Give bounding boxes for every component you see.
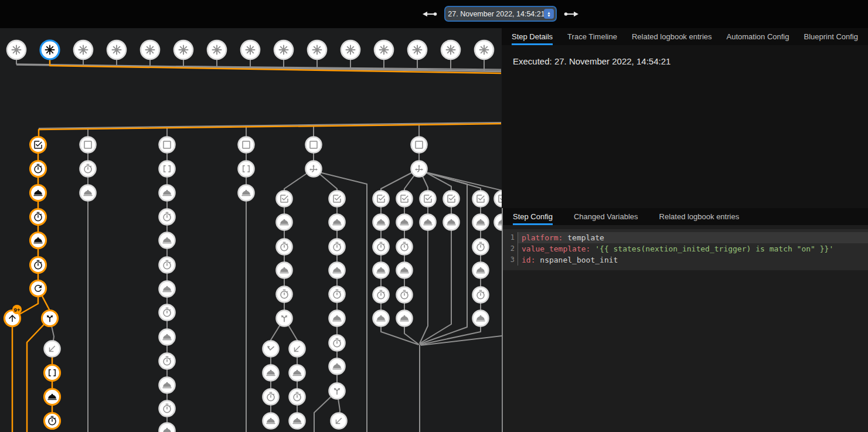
dome-node[interactable] <box>329 215 345 230</box>
tab-related-logbook-entries[interactable]: Related logbook entries <box>632 28 712 45</box>
asterisk-node[interactable] <box>174 40 193 59</box>
timer-node[interactable] <box>329 239 345 255</box>
dome-node[interactable] <box>329 359 345 375</box>
arrowbl-node[interactable] <box>290 341 305 357</box>
timer-node[interactable] <box>159 257 175 273</box>
dome-node[interactable] <box>473 215 489 230</box>
code-line[interactable]: 3id: nspanel_boot_init <box>503 254 868 266</box>
timer-node[interactable] <box>373 287 389 303</box>
asterisk-node[interactable] <box>241 40 260 59</box>
decision-node[interactable] <box>306 161 322 177</box>
cbm-node[interactable] <box>420 191 436 207</box>
dome-node[interactable] <box>159 233 175 249</box>
dome-node[interactable] <box>290 365 305 381</box>
tab-step-details[interactable]: Step Details <box>512 28 553 45</box>
asterisk-node[interactable] <box>475 40 493 59</box>
dome-node[interactable] <box>373 215 389 230</box>
brackets-node[interactable] <box>45 365 60 381</box>
asterisk-node[interactable] <box>107 40 126 59</box>
cbm-node[interactable] <box>373 191 389 207</box>
cbb-node[interactable] <box>306 137 322 153</box>
split-node[interactable] <box>329 383 345 399</box>
code-line[interactable]: 1platform: template <box>503 232 868 243</box>
tab-automation-config[interactable]: Automation Config <box>727 28 789 45</box>
checkarrow-node[interactable] <box>263 341 279 357</box>
dome-node[interactable] <box>397 215 413 230</box>
cbb-node[interactable] <box>80 137 96 153</box>
asterisk-node[interactable] <box>441 40 460 59</box>
dome-node[interactable] <box>80 185 96 201</box>
refresh-node[interactable] <box>30 281 46 297</box>
dome-node[interactable] <box>30 185 46 201</box>
dome-node[interactable] <box>473 311 489 326</box>
split-node[interactable] <box>277 311 292 326</box>
dome-node[interactable] <box>444 215 459 230</box>
asterisk-node[interactable] <box>274 40 293 59</box>
asterisk-node[interactable] <box>40 40 59 59</box>
timer-node[interactable] <box>159 353 175 369</box>
timer-node[interactable] <box>30 161 46 177</box>
cbm-node[interactable] <box>495 191 502 207</box>
timer-node[interactable] <box>277 287 292 302</box>
dome-node[interactable] <box>397 311 413 326</box>
arrowbl-node[interactable] <box>45 341 60 357</box>
timer-node[interactable] <box>290 389 305 405</box>
dome-node[interactable] <box>159 423 175 432</box>
dome-node[interactable] <box>239 185 254 201</box>
tab-blueprint-config[interactable]: Blueprint Config <box>804 28 858 45</box>
cbb-node[interactable] <box>411 137 427 153</box>
timer-node[interactable] <box>159 305 175 321</box>
dome-node[interactable] <box>45 389 60 405</box>
dome-node[interactable] <box>495 215 502 230</box>
dome-node[interactable] <box>30 233 46 249</box>
cbm-node[interactable] <box>30 137 46 153</box>
cbm-node[interactable] <box>473 191 489 207</box>
asterisk-node[interactable] <box>207 40 226 59</box>
dome-node[interactable] <box>277 263 292 278</box>
asterisk-node[interactable] <box>74 40 93 59</box>
dome-node[interactable] <box>329 263 345 278</box>
dome-node[interactable] <box>290 413 305 429</box>
cbb-node[interactable] <box>239 137 254 153</box>
tab-trace-timeline[interactable]: Trace Timeline <box>567 28 617 45</box>
code-line[interactable]: 2value_template: '{{ states(nextion_init… <box>503 243 868 254</box>
timer-node[interactable] <box>159 209 175 225</box>
dome-node[interactable] <box>473 263 489 278</box>
brackets-node[interactable] <box>239 161 254 177</box>
asterisk-node[interactable] <box>341 40 360 59</box>
timer-node[interactable] <box>80 161 96 177</box>
cbm-node[interactable] <box>397 191 413 207</box>
previous-run-button[interactable] <box>422 10 437 21</box>
tab-related-logbook-entries[interactable]: Related logbook entries <box>659 208 740 225</box>
dome-node[interactable] <box>329 311 345 326</box>
arrowbl-node[interactable] <box>331 413 347 429</box>
asterisk-node[interactable] <box>7 40 26 59</box>
split-node[interactable] <box>42 311 58 326</box>
dome-node[interactable] <box>373 311 389 326</box>
timer-node[interactable] <box>329 287 345 302</box>
cbb-node[interactable] <box>159 137 175 153</box>
asterisk-node[interactable] <box>375 40 393 59</box>
trace-run-selector[interactable]: 27. November 2022, 14:54:21 ▲▼ <box>444 6 557 22</box>
timer-node[interactable] <box>45 413 60 429</box>
timer-node[interactable] <box>329 335 345 351</box>
cbm-node[interactable] <box>444 191 459 207</box>
timer-node[interactable] <box>473 287 489 303</box>
tab-step-config[interactable]: Step Config <box>513 208 553 225</box>
brackets-node[interactable] <box>159 161 175 177</box>
dome-node[interactable] <box>420 215 436 230</box>
timer-node[interactable] <box>263 389 279 405</box>
timer-node[interactable] <box>397 239 413 255</box>
timer-node[interactable] <box>277 239 292 255</box>
cbm-node[interactable] <box>329 191 345 207</box>
timer-node[interactable] <box>30 257 46 273</box>
asterisk-node[interactable] <box>408 40 427 59</box>
timer-node[interactable] <box>373 239 389 255</box>
decision-node[interactable] <box>411 161 427 177</box>
dome-node[interactable] <box>397 263 413 278</box>
next-run-button[interactable] <box>564 10 579 21</box>
asterisk-node[interactable] <box>141 40 159 59</box>
dome-node[interactable] <box>373 263 389 278</box>
timer-node[interactable] <box>397 287 413 303</box>
asterisk-node[interactable] <box>308 40 326 59</box>
